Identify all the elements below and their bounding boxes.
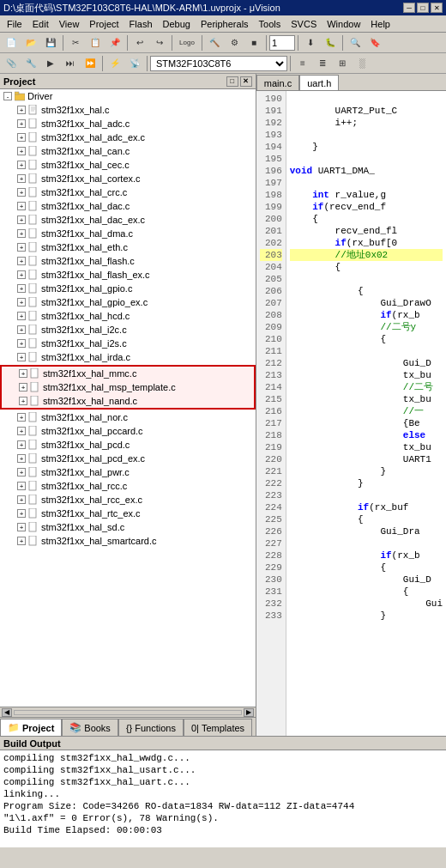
list-item[interactable]: + stm32f1xx_hal_nor.c [0, 410, 256, 424]
hscroll-bar[interactable]: ◀ ▶ [0, 707, 256, 717]
list-item-highlighted[interactable]: + stm32f1xx_hal_mmc.c [2, 367, 254, 380]
expand-icon[interactable]: + [17, 482, 26, 490]
tb2-btn11[interactable]: ░ [353, 55, 371, 72]
expand-icon[interactable]: + [17, 215, 26, 224]
list-item[interactable]: + stm32f1xx_hal_pccard.c [0, 424, 256, 438]
rebuild-button[interactable]: ⚙ [225, 34, 244, 52]
expand-icon[interactable]: + [17, 523, 26, 531]
list-item[interactable]: + stm32f1xx_hal_pcd_ex.c [0, 452, 256, 465]
expand-icon[interactable]: + [19, 383, 27, 392]
menu-project[interactable]: Project [84, 18, 124, 30]
minimize-button[interactable]: ─ [403, 3, 415, 13]
tree-root[interactable]: - Driver [0, 89, 256, 103]
list-item[interactable]: + stm32f1xx_hal_rcc_ex.c [0, 493, 256, 507]
list-item[interactable]: + stm32f1xx_hal_irda.c [0, 350, 256, 364]
list-item[interactable]: + stm32f1xx_hal_pwr.c [0, 465, 256, 479]
expand-icon[interactable]: + [17, 284, 26, 293]
save-button[interactable]: 💾 [41, 34, 60, 52]
list-item[interactable]: + stm32f1xx_hal_can.c [0, 144, 256, 158]
scroll-right[interactable]: ▶ [244, 708, 254, 717]
scroll-left[interactable]: ◀ [2, 708, 12, 717]
list-item[interactable]: + stm32f1xx_hal_pcd.c [0, 438, 256, 452]
menu-debug[interactable]: Debug [158, 18, 196, 30]
expand-icon[interactable]: + [17, 509, 26, 518]
target-select[interactable]: STM32F103C8T6 [150, 56, 287, 71]
list-item[interactable]: + stm32f1xx_hal_adc.c [0, 117, 256, 131]
build-button[interactable]: 🔨 [205, 34, 224, 52]
redo-button[interactable]: ↪ [150, 34, 169, 52]
debug-button[interactable]: 🐛 [321, 34, 340, 52]
list-item[interactable]: + stm32f1xx_hal_i2s.c [0, 337, 256, 350]
menu-window[interactable]: Window [322, 18, 365, 30]
tb2-btn2[interactable]: 🔧 [21, 55, 40, 72]
expand-icon[interactable]: + [17, 229, 26, 238]
tb2-btn9[interactable]: ≣ [313, 55, 332, 72]
list-item[interactable]: + stm32f1xx_hal_hcd.c [0, 309, 256, 323]
menu-help[interactable]: Help [365, 18, 395, 30]
menu-view[interactable]: View [54, 18, 85, 30]
expand-icon[interactable]: + [17, 243, 26, 252]
cut-button[interactable]: ✂ [66, 34, 85, 52]
list-item[interactable]: + stm32f1xx_hal_smartcard.c [0, 534, 256, 548]
target-input[interactable] [269, 35, 295, 51]
list-item[interactable]: + stm32f1xx_hal_gpio.c [0, 282, 256, 295]
tab-functions[interactable]: {} Functions [118, 719, 184, 736]
tab-books[interactable]: 📚 Books [62, 719, 118, 736]
tab-project[interactable]: 📁 Project [0, 719, 62, 736]
tab-main-c[interactable]: main.c [256, 75, 299, 90]
code-editor[interactable]: 190 191 192 193 194 195 196 197 198 199 … [256, 91, 446, 736]
expand-icon[interactable]: + [19, 397, 27, 405]
list-item[interactable]: + stm32f1xx_hal.c [0, 103, 256, 117]
tab-uart-h[interactable]: uart.h [299, 75, 339, 90]
expand-icon[interactable]: - [3, 92, 12, 100]
menu-file[interactable]: File [2, 18, 27, 30]
list-item-highlighted[interactable]: + stm32f1xx_hal_nand.c [2, 394, 254, 408]
tb2-btn1[interactable]: 📎 [2, 55, 21, 72]
expand-icon[interactable]: + [17, 119, 26, 128]
tree-area[interactable]: - Driver + stm32f1xx_hal.c + stm32f1 [0, 89, 256, 707]
expand-icon[interactable]: + [17, 174, 26, 183]
expand-icon[interactable]: + [17, 427, 26, 435]
menu-edit[interactable]: Edit [27, 18, 54, 30]
tb2-btn4[interactable]: ⏭ [61, 55, 80, 72]
panel-close-btn[interactable]: ✕ [240, 76, 252, 87]
list-item[interactable]: + stm32f1xx_hal_flash.c [0, 254, 256, 268]
list-item[interactable]: + stm32f1xx_hal_crc.c [0, 185, 256, 199]
tb2-btn7[interactable]: 📡 [125, 55, 144, 72]
list-item[interactable]: + stm32f1xx_hal_rcc.c [0, 479, 256, 493]
logo-btn[interactable]: Logo [175, 34, 199, 52]
panel-float-btn[interactable]: □ [226, 76, 238, 87]
expand-icon[interactable]: + [17, 339, 26, 348]
expand-icon[interactable]: + [17, 202, 26, 210]
list-item[interactable]: + stm32f1xx_hal_dac.c [0, 199, 256, 213]
expand-icon[interactable]: + [17, 537, 26, 545]
expand-icon[interactable]: + [17, 353, 26, 361]
list-item-highlighted[interactable]: + stm32f1xx_hal_msp_template.c [2, 380, 254, 394]
list-item[interactable]: + stm32f1xx_hal_adc_ex.c [0, 131, 256, 144]
find-button[interactable]: 🔍 [346, 34, 365, 52]
expand-icon[interactable]: + [17, 106, 26, 114]
tb2-btn8[interactable]: ≡ [293, 55, 312, 72]
list-item[interactable]: + stm32f1xx_hal_sd.c [0, 520, 256, 534]
expand-icon[interactable]: + [17, 454, 26, 463]
close-button[interactable]: ✕ [431, 3, 443, 13]
expand-icon[interactable]: + [17, 298, 26, 307]
open-button[interactable]: 📂 [21, 34, 40, 52]
expand-icon[interactable]: + [17, 161, 26, 169]
expand-icon[interactable]: + [17, 257, 26, 265]
list-item[interactable]: + stm32f1xx_hal_cortex.c [0, 172, 256, 185]
new-button[interactable]: 📄 [2, 34, 21, 52]
load-button[interactable]: ⬇ [301, 34, 320, 52]
bookmark-button[interactable]: 🔖 [365, 34, 384, 52]
tb2-btn5[interactable]: ⏩ [81, 55, 99, 72]
tb2-btn3[interactable]: ▶ [41, 55, 60, 72]
undo-button[interactable]: ↩ [130, 34, 149, 52]
list-item[interactable]: + stm32f1xx_hal_cec.c [0, 158, 256, 172]
menu-peripherals[interactable]: Peripherals [196, 18, 254, 30]
menu-svcs[interactable]: SVCS [286, 18, 322, 30]
expand-icon[interactable]: + [17, 440, 26, 449]
list-item[interactable]: + stm32f1xx_hal_gpio_ex.c [0, 295, 256, 309]
list-item[interactable]: + stm32f1xx_hal_dac_ex.c [0, 213, 256, 227]
list-item[interactable]: + stm32f1xx_hal_eth.c [0, 240, 256, 254]
menu-tools[interactable]: Tools [254, 18, 286, 30]
